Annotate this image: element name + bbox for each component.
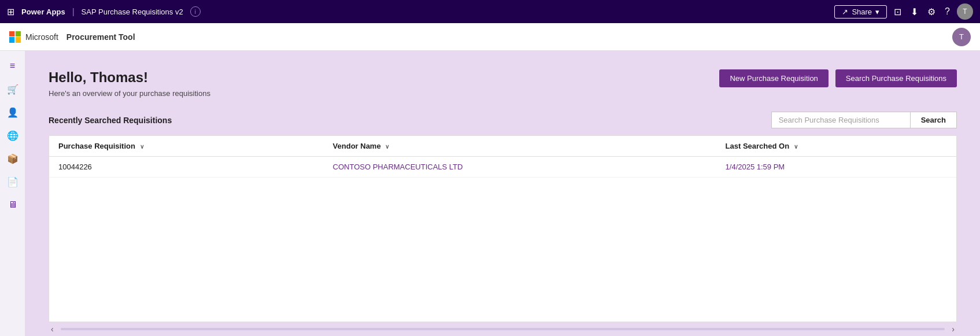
data-table: Purchase Requisition ∨ Vendor Name ∨ Las… [49,136,956,178]
tool-label: Procurement Tool [66,32,135,42]
col-header-vendor[interactable]: Vendor Name ∨ [324,136,716,157]
scroll-bar-area: ‹ › [25,322,980,336]
sidebar-item-document[interactable]: 📄 [2,171,23,192]
ms-squares-icon [9,31,21,43]
sidebar-item-screen[interactable]: 🖥 [2,194,23,215]
share-icon: ↗ [842,8,848,16]
hero-text: Hello, Thomas! Here's an overview of you… [49,69,210,98]
cell-pr: 10044226 [49,157,324,178]
scroll-left-arrow[interactable]: ‹ [49,324,56,334]
monitor-icon[interactable]: ⊡ [892,4,904,20]
app-header: Microsoft Procurement Tool T [0,23,980,51]
cell-date: 1/4/2025 1:59 PM [716,157,956,178]
scroll-track[interactable] [61,328,945,330]
sidebar-item-cart[interactable]: 🛒 [2,79,23,99]
help-icon[interactable]: ? [942,4,952,19]
new-purchase-requisition-button[interactable]: New Purchase Requisition [719,69,828,87]
sidebar: ≡ 🛒 👤 🌐 📦 📄 🖥 [0,51,25,336]
sort-arrow-date: ∨ [794,143,798,150]
table-header-row: Recently Searched Requisitions Search [49,112,957,128]
sidebar-item-contacts[interactable]: 👤 [2,102,23,123]
search-bar: Search [771,112,957,128]
app-avatar[interactable]: T [952,28,971,46]
settings-icon[interactable]: ⚙ [925,4,938,20]
top-nav-right: ↗ Share ▾ ⊡ ⬇ ⚙ ? T [834,3,973,20]
main-content: Hello, Thomas! Here's an overview of you… [25,51,980,336]
search-button[interactable]: Search [910,112,957,128]
scroll-right-arrow[interactable]: › [949,324,957,334]
share-button[interactable]: ↗ Share ▾ [834,5,887,19]
col-header-pr[interactable]: Purchase Requisition ∨ [49,136,324,157]
col-header-date[interactable]: Last Searched On ∨ [716,136,956,157]
table-section: Recently Searched Requisitions Search Pu… [25,112,980,322]
sort-arrow-vendor: ∨ [385,143,389,150]
data-table-wrapper: Purchase Requisition ∨ Vendor Name ∨ Las… [49,135,957,322]
app-name-label: Power Apps [21,8,65,16]
microsoft-logo: Microsoft Procurement Tool [9,31,135,43]
nav-separator: | [72,7,75,16]
waffle-icon[interactable]: ⊞ [7,6,14,17]
search-purchase-requisitions-button[interactable]: Search Purchase Requisitions [835,69,957,87]
top-nav-bar: ⊞ Power Apps | SAP Purchase Requisitions… [0,0,980,23]
info-icon[interactable]: i [190,6,201,17]
hero-buttons: New Purchase Requisition Search Purchase… [719,69,957,87]
cell-vendor[interactable]: CONTOSO PHARMACEUTICALS LTD [324,157,716,178]
share-chevron-icon: ▾ [875,8,879,16]
table-section-title: Recently Searched Requisitions [49,116,172,125]
app-title-label: SAP Purchase Requisitions v2 [82,8,183,16]
hero-section: Hello, Thomas! Here's an overview of you… [25,51,980,112]
download-icon[interactable]: ⬇ [908,4,920,20]
hero-subtitle: Here's an overview of your purchase requ… [49,89,210,98]
search-input[interactable] [771,112,910,128]
greeting-heading: Hello, Thomas! [49,69,210,86]
table-row: 10044226CONTOSO PHARMACEUTICALS LTD1/4/2… [49,157,956,178]
company-label: Microsoft [25,32,58,42]
main-layout: ≡ 🛒 👤 🌐 📦 📄 🖥 Hello, Thomas! Here's an o… [0,51,980,336]
sidebar-item-menu[interactable]: ≡ [2,56,23,76]
sort-arrow-pr: ∨ [140,143,144,150]
table-header: Purchase Requisition ∨ Vendor Name ∨ Las… [49,136,956,157]
sidebar-item-package[interactable]: 📦 [2,148,23,169]
sidebar-item-globe[interactable]: 🌐 [2,125,23,146]
user-avatar[interactable]: T [957,3,973,20]
